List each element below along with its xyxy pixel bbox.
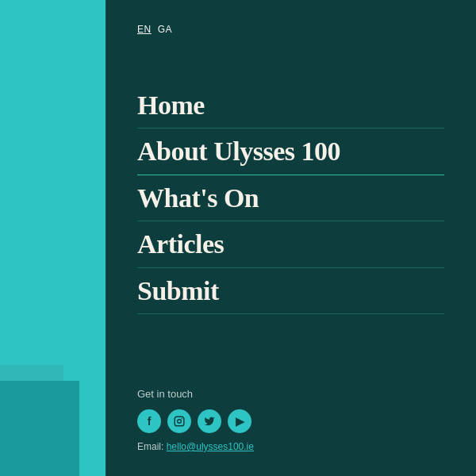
svg-rect-0 <box>175 416 184 426</box>
sidebar-block-bottom <box>0 381 79 476</box>
nav-item-whats-on[interactable]: What's On <box>137 175 444 221</box>
youtube-icon[interactable]: ▶ <box>228 409 251 433</box>
lang-switcher: EN GA <box>137 24 444 35</box>
nav-item-home[interactable]: Home <box>137 83 444 129</box>
nav-item-submit[interactable]: Submit <box>137 268 444 314</box>
svg-point-1 <box>178 420 182 424</box>
main-content: EN GA Home About Ulysses 100 What's On A… <box>106 0 476 476</box>
page-wrapper: EN GA Home About Ulysses 100 What's On A… <box>0 0 476 476</box>
lang-ga[interactable]: GA <box>158 24 172 35</box>
lang-en[interactable]: EN <box>137 24 152 35</box>
twitter-icon[interactable] <box>198 409 221 433</box>
nav-label-about: About Ulysses 100 <box>137 129 444 174</box>
nav-item-articles[interactable]: Articles <box>137 221 444 267</box>
svg-point-2 <box>182 418 182 419</box>
instagram-icon[interactable] <box>167 409 191 433</box>
nav-label-articles: Articles <box>137 221 444 267</box>
footer-section: Get in touch f ▶ Emai <box>137 388 254 452</box>
nav-label-whats-on: What's On <box>137 175 444 221</box>
nav-label-submit: Submit <box>137 268 444 313</box>
email-label: Email: <box>137 441 163 452</box>
facebook-icon[interactable]: f <box>137 409 161 433</box>
email-line: Email: hello@ulysses100.ie <box>137 441 254 452</box>
email-address[interactable]: hello@ulysses100.ie <box>167 441 254 452</box>
nav-item-about[interactable]: About Ulysses 100 <box>137 129 444 175</box>
nav-label-home: Home <box>137 83 444 128</box>
nav-divider-submit <box>137 313 444 314</box>
get-in-touch-label: Get in touch <box>137 388 254 400</box>
social-icons: f ▶ <box>137 409 254 433</box>
nav-menu: Home About Ulysses 100 What's On Article… <box>137 83 444 314</box>
